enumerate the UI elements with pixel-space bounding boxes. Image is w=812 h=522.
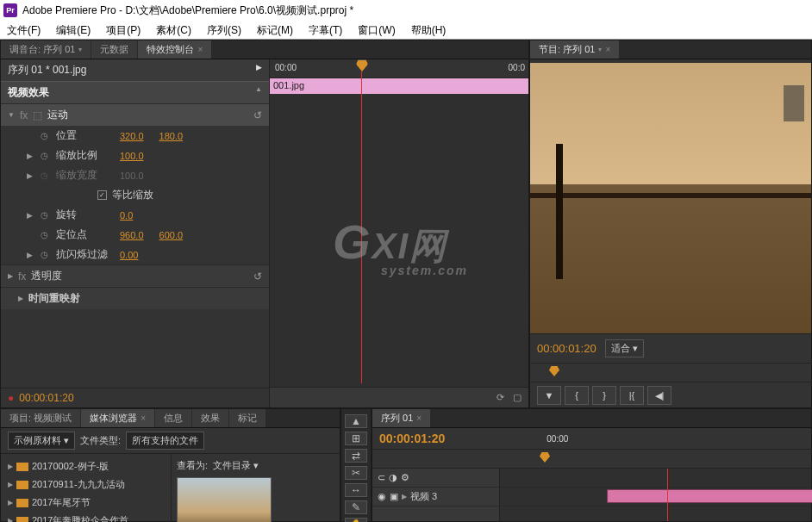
rotation-row[interactable]: ▶◷ 旋转 0.0 bbox=[1, 205, 269, 225]
lock-icon[interactable]: ▣ bbox=[390, 491, 398, 502]
set-out-button[interactable]: } bbox=[592, 386, 616, 405]
ripple-tool[interactable]: ⇄ bbox=[345, 449, 367, 463]
mini-ruler[interactable]: 00:00 00:0 bbox=[270, 59, 528, 78]
timeline-timecode[interactable]: 00:00:01:20 bbox=[379, 432, 445, 445]
timeline-tracks: ⊂ ◑ ⚙ ◉ ▣ ▶ 视频 3 bbox=[372, 469, 811, 521]
window-title: Adobe Premiere Pro - D:\文档\Adobe\Premier… bbox=[22, 3, 353, 18]
tree-node[interactable]: ▶2017年奔腾校企合作首 bbox=[4, 512, 167, 522]
folder-icon bbox=[16, 481, 28, 489]
goto-in-button[interactable]: |{ bbox=[620, 386, 644, 405]
stopwatch-icon[interactable]: ◷ bbox=[41, 151, 51, 161]
program-viewport[interactable] bbox=[530, 63, 811, 333]
motion-effect-row[interactable]: ▼fx⬚ 运动 ↺ bbox=[1, 103, 269, 126]
app-logo: Pr bbox=[3, 3, 17, 17]
menu-marker[interactable]: 标记(M) bbox=[257, 21, 293, 39]
set-in-button[interactable]: { bbox=[565, 386, 589, 405]
timeline-panel: 序列 01× 00:00:01:20 00:00 ⊂ ◑ ⚙ ◉ ▣ ▶ 视频 … bbox=[372, 408, 812, 522]
slip-tool[interactable]: ↔ bbox=[345, 483, 367, 497]
mini-clip[interactable]: 001.jpg bbox=[270, 78, 528, 94]
program-timecode[interactable]: 00:00:01:20 bbox=[537, 342, 597, 355]
tree-node[interactable]: ▶2017年尾牙节 bbox=[4, 494, 167, 512]
lamppost bbox=[556, 144, 563, 279]
folder-icon bbox=[16, 463, 28, 471]
antiflicker-row[interactable]: ▶◷ 抗闪烁过滤 0.00 bbox=[1, 245, 269, 264]
stopwatch-icon[interactable]: ◷ bbox=[41, 250, 51, 260]
timeline-clip[interactable] bbox=[607, 489, 812, 503]
menu-sequence[interactable]: 序列(S) bbox=[207, 21, 241, 39]
menu-title[interactable]: 字幕(T) bbox=[309, 21, 342, 39]
video-effects-header[interactable]: 视频效果▲ bbox=[1, 81, 269, 103]
tab-program[interactable]: 节目: 序列 01▾× bbox=[530, 40, 619, 59]
menu-project[interactable]: 项目(P) bbox=[106, 21, 141, 39]
effects-footer: ● 00:00:01:20 bbox=[1, 388, 269, 407]
menu-clip[interactable]: 素材(C) bbox=[156, 21, 191, 39]
menu-edit[interactable]: 编辑(E) bbox=[56, 21, 91, 39]
program-tabstrip: 节目: 序列 01▾× bbox=[530, 40, 811, 59]
tab-media-browser[interactable]: 媒体浏览器× bbox=[81, 409, 154, 427]
source-dropdown[interactable]: 示例原材料 ▾ bbox=[8, 432, 75, 450]
collapse-icon[interactable]: ▢ bbox=[513, 392, 522, 403]
tree-node[interactable]: ▶20170002-例子-版 bbox=[4, 457, 167, 475]
tab-markers[interactable]: 标记 bbox=[229, 409, 265, 427]
program-playhead-marker[interactable] bbox=[549, 366, 559, 376]
folder-icon bbox=[16, 517, 28, 523]
stopwatch-icon[interactable]: ◷ bbox=[41, 210, 51, 221]
stopwatch-icon[interactable]: ◷ bbox=[41, 230, 51, 240]
marker-icon[interactable]: ◑ bbox=[389, 472, 397, 483]
railing bbox=[530, 193, 811, 198]
tree-node[interactable]: ▶20170911-九九九活动 bbox=[4, 475, 167, 494]
loop-icon[interactable]: ⟳ bbox=[497, 392, 504, 403]
timeline-header: 00:00:01:20 00:00 bbox=[372, 428, 811, 450]
tab-info[interactable]: 信息 bbox=[155, 409, 191, 427]
timeline-playhead-marker[interactable] bbox=[540, 452, 550, 463]
opacity-effect-row[interactable]: ▶fx 透明度 ↺ bbox=[1, 264, 269, 287]
effect-timeline[interactable]: 00:00 00:0 001.jpg ⟳ ▢ bbox=[270, 59, 528, 407]
tab-project[interactable]: 项目: 视频测试 bbox=[1, 409, 80, 427]
menu-file[interactable]: 文件(F) bbox=[7, 21, 41, 39]
video-track-header[interactable]: ◉ ▣ ▶ 视频 3 bbox=[372, 488, 499, 506]
wrench-icon[interactable]: ⚙ bbox=[401, 472, 409, 483]
tab-audio-mixer[interactable]: 调音台: 序列 01▾ bbox=[1, 40, 91, 59]
uniform-scale-checkbox[interactable]: ✓ bbox=[97, 190, 107, 200]
menu-window[interactable]: 窗口(W) bbox=[358, 21, 395, 39]
eye-icon[interactable]: ◉ bbox=[378, 491, 386, 502]
tab-sequence[interactable]: 序列 01× bbox=[372, 409, 430, 427]
mini-footer: ⟳ ▢ bbox=[270, 387, 528, 407]
track-body[interactable] bbox=[500, 469, 811, 521]
hand-tool[interactable]: ✋ bbox=[345, 518, 367, 522]
uniform-scale-row[interactable]: ✓ 等比缩放 bbox=[1, 185, 269, 205]
time-remap-row[interactable]: ▶ 时间重映射 bbox=[1, 287, 269, 309]
media-browser-panel: 项目: 视频测试 媒体浏览器× 信息 效果 标记 示例原材料 ▾ 文件类型: 所… bbox=[0, 408, 340, 522]
track-select-tool[interactable]: ⊞ bbox=[345, 432, 367, 445]
stopwatch-icon[interactable]: ◷ bbox=[41, 131, 51, 141]
pen-tool[interactable]: ✎ bbox=[345, 500, 367, 514]
menu-help[interactable]: 帮助(H) bbox=[411, 21, 447, 39]
zoom-fit-dropdown[interactable]: 适合 ▾ bbox=[605, 339, 644, 357]
mark-in-button[interactable]: ▼ bbox=[537, 386, 561, 405]
anchor-row[interactable]: ◷ 定位点 960.0 600.0 bbox=[1, 225, 269, 245]
filetype-dropdown[interactable]: 所有支持的文件 bbox=[126, 432, 204, 450]
timeline-ruler[interactable] bbox=[372, 450, 811, 469]
media-thumbnail[interactable] bbox=[177, 477, 272, 522]
position-row[interactable]: ◷ 位置 320.0 180.0 bbox=[1, 126, 269, 146]
snap-icon[interactable]: ⊂ bbox=[378, 472, 385, 483]
left-tabstrip: 调音台: 序列 01▾ 元数据 特效控制台× bbox=[1, 40, 528, 59]
view-as-dropdown[interactable]: 文件目录 ▾ bbox=[213, 459, 259, 472]
timeline-playhead-line[interactable] bbox=[667, 469, 668, 521]
track-toggle-row[interactable]: ⊂ ◑ ⚙ bbox=[372, 469, 499, 488]
scale-row[interactable]: ▶◷ 缩放比例 100.0 bbox=[1, 146, 269, 165]
transport-bar: ▼ { } |{ ◀| bbox=[530, 382, 811, 407]
razor-tool[interactable]: ✂ bbox=[345, 466, 367, 480]
oil-rig-silhouette bbox=[784, 85, 804, 121]
mini-playhead[interactable] bbox=[361, 59, 362, 383]
tab-effect-controls[interactable]: 特效控制台× bbox=[138, 40, 211, 59]
tab-effects[interactable]: 效果 bbox=[192, 409, 228, 427]
thumbnail-view: 查看为: 文件目录 ▾ bbox=[172, 454, 340, 522]
selection-tool[interactable]: ▲ bbox=[345, 414, 367, 428]
step-back-button[interactable]: ◀| bbox=[647, 386, 671, 405]
program-ruler[interactable] bbox=[530, 363, 811, 382]
folder-tree[interactable]: ▶20170002-例子-版 ▶20170911-九九九活动 ▶2017年尾牙节… bbox=[1, 454, 172, 522]
tab-metadata[interactable]: 元数据 bbox=[91, 40, 137, 59]
footer-timecode[interactable]: 00:00:01:20 bbox=[19, 392, 73, 404]
timeline-tabstrip: 序列 01× bbox=[372, 409, 811, 428]
